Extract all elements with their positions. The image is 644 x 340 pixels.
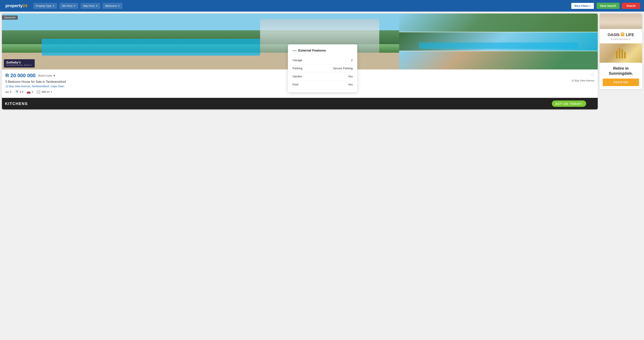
parking-value: Secure Parking: [333, 67, 353, 70]
bedroom-feature: 🛏 5: [6, 90, 12, 94]
chevron-down-icon: ▼: [53, 74, 56, 77]
oasis-brand2: LIFE: [626, 33, 634, 37]
bathroom-icon: 🚿: [14, 90, 19, 94]
favorite-button[interactable]: ♡: [590, 73, 594, 78]
chevron-down-icon: ▼: [96, 5, 98, 7]
oasis-ad-card: OASIS 🏛 LIFE SUNNINGDALE Retire in Sunni…: [600, 14, 642, 89]
pool-label: Pool: [292, 83, 298, 86]
bedrooms-label: Bedrooms: [105, 5, 117, 7]
bathroom-count: 4.5: [20, 90, 23, 93]
save-search-label: Save Search: [600, 4, 616, 7]
bathroom-feature: 🚿 4.5: [14, 90, 23, 94]
site-logo: property24: [4, 3, 29, 9]
max-price-filter[interactable]: Max Price ▼: [80, 3, 100, 9]
garage-feature: 🚗 2: [26, 90, 33, 94]
side-image-3[interactable]: [399, 51, 598, 70]
more-filters-button[interactable]: More Filters +: [571, 3, 594, 9]
oasis-logo-area: OASIS 🏛 LIFE SUNNINGDALE: [600, 29, 642, 44]
cta-badge[interactable]: ACT US TODAY!: [552, 101, 586, 107]
sponsored-badge: Sponsored: [2, 16, 18, 20]
main-content: Sponsored Sotheby's INTERNATIONAL REALTY: [0, 12, 644, 340]
listings-column: Sponsored Sotheby's INTERNATIONAL REALTY: [2, 14, 598, 338]
bedrooms-filter[interactable]: Bedrooms ▼: [102, 3, 122, 9]
more-filters-label: More Filters +: [574, 5, 591, 7]
garage-icon: 🚗: [26, 90, 31, 94]
register-button[interactable]: REGISTER: [603, 79, 639, 86]
chevron-down-icon: ▼: [52, 5, 54, 7]
pool-value: Yes: [348, 83, 353, 86]
external-features-title: External Features: [298, 49, 326, 53]
property-card: Sponsored Sotheby's INTERNATIONAL REALTY: [2, 14, 598, 109]
bond-costs-label: Bond Costs: [38, 74, 52, 77]
max-price-label: Max Price: [83, 5, 94, 7]
address-short: 12 Bay View Avenue: [571, 79, 594, 82]
expand-icon[interactable]: ▾: [51, 91, 52, 93]
oasis-icon: 🏛: [620, 32, 625, 38]
side-image-1[interactable]: [399, 14, 598, 32]
right-sidebar: OASIS 🏛 LIFE SUNNINGDALE Retire in Sunni…: [600, 14, 642, 338]
size-feature: ⬜ 496 m² ▾: [36, 90, 52, 94]
external-features-header: — External Features: [292, 48, 353, 53]
floor-size: 496 m²: [42, 90, 50, 93]
external-features-popup: — External Features Garage 2 Parking Sec…: [288, 44, 357, 92]
property-type-filter[interactable]: Property Type ▼: [33, 3, 57, 9]
oasis-title: OASIS 🏛 LIFE: [603, 32, 639, 38]
side-images: [399, 14, 598, 70]
garden-row: Garden Yes: [292, 72, 353, 81]
chevron-down-icon: ▼: [74, 5, 76, 7]
oasis-top-image: [600, 14, 642, 29]
bedroom-count: 5: [10, 90, 12, 93]
garage-value: 2: [351, 59, 353, 62]
parking-label: Parking: [292, 67, 302, 70]
kitchens-text: KITCHENS: [5, 102, 28, 106]
save-search-button[interactable]: Save Search: [596, 3, 620, 9]
bedroom-icon: 🛏: [6, 90, 9, 94]
bottom-ad-strip: KITCHENS ACT US TODAY!: [2, 98, 598, 109]
search-label: Search: [626, 4, 636, 7]
side-image-2[interactable]: [399, 32, 598, 51]
garage-count: 2: [32, 90, 33, 93]
chevron-down-icon: ▼: [118, 5, 120, 7]
garage-row: Garage 2: [292, 56, 353, 64]
bond-costs-button[interactable]: Bond Costs ▼: [38, 74, 56, 77]
sothebys-logo: Sotheby's INTERNATIONAL REALTY: [4, 59, 35, 68]
parking-row: Parking Secure Parking: [292, 64, 353, 72]
min-price-label: Min Price: [62, 5, 72, 7]
garden-value: Yes: [348, 75, 353, 78]
property-type-label: Property Type: [36, 5, 52, 7]
pool-row: Pool Yes: [292, 81, 353, 88]
garden-label: Garden: [292, 75, 302, 78]
garage-label: Garage: [292, 59, 302, 62]
retire-text: Retire in Sunningdale.: [603, 66, 639, 76]
retire-section: Retire in Sunningdale. REGISTER: [600, 63, 642, 89]
sunningdale-label: SUNNINGDALE: [603, 38, 639, 40]
oasis-brand: OASIS: [608, 33, 620, 37]
min-price-filter[interactable]: Min Price ▼: [60, 3, 78, 9]
collapse-icon[interactable]: —: [292, 48, 296, 53]
main-header: property24 Property Type ▼ Min Price ▼ M…: [0, 0, 644, 12]
size-icon: ⬜: [36, 90, 40, 94]
oasis-mid-image: [600, 44, 642, 63]
property-price: R 20 000 000: [6, 73, 36, 79]
search-button[interactable]: Search: [622, 3, 640, 9]
